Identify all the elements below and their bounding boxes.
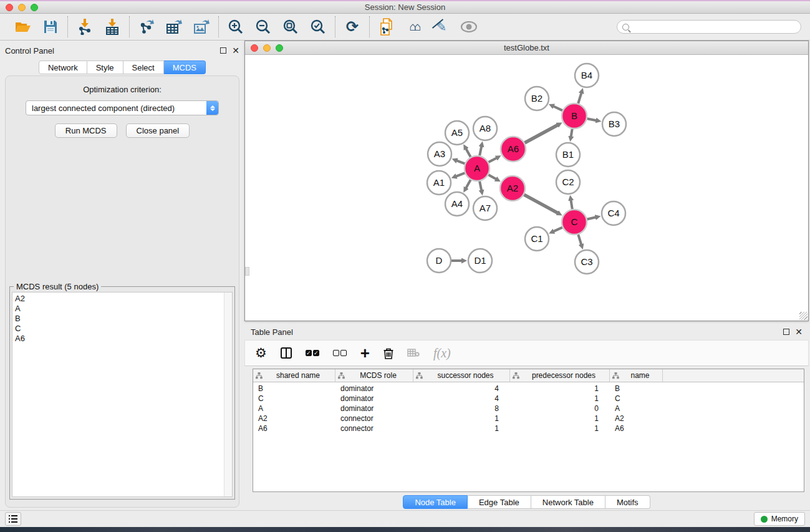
network-graph[interactable]: AA1A2A3A4A5A6A7A8BB1B2B3B4CC1C2C3C4DD1 <box>245 55 808 321</box>
graph-node-B[interactable]: B <box>562 104 587 128</box>
zoom-selected-icon[interactable] <box>309 17 327 36</box>
graph-node-A2[interactable]: A2 <box>500 176 525 201</box>
resize-grip-icon[interactable] <box>799 312 808 320</box>
home-layout-icon[interactable]: ⌂⌂ <box>405 17 423 36</box>
graph-edge-A2-C[interactable] <box>524 195 557 213</box>
search-field[interactable] <box>617 20 801 34</box>
node-table[interactable]: shared nameMCDS rolesuccessor nodesprede… <box>253 369 804 492</box>
run-mcds-button[interactable]: Run MCDS <box>55 123 117 138</box>
import-network-icon[interactable] <box>75 17 94 36</box>
graph-edge-B-B3[interactable] <box>587 118 597 120</box>
result-item[interactable]: A6 <box>15 334 232 344</box>
export-image-icon[interactable] <box>192 17 211 36</box>
close-table-panel-icon[interactable]: ✕ <box>795 329 803 335</box>
column-header-name[interactable]: name <box>610 369 663 382</box>
column-header-predecessor-nodes[interactable]: predecessor nodes <box>510 369 610 382</box>
column-header-shared-name[interactable]: shared name <box>253 369 335 382</box>
graph-node-A6[interactable]: A6 <box>501 137 526 162</box>
graph-node-D[interactable]: D <box>427 249 451 273</box>
graph-node-A4[interactable]: A4 <box>445 192 469 216</box>
table-row[interactable]: A6connector11A6 <box>253 423 804 433</box>
graph-node-B2[interactable]: B2 <box>525 87 549 110</box>
import-table-icon[interactable] <box>103 17 122 36</box>
graph-node-C4[interactable]: C4 <box>602 201 625 225</box>
graph-node-A8[interactable]: A8 <box>473 117 497 140</box>
graph-edge-A-A4[interactable] <box>466 180 471 188</box>
graph-node-B3[interactable]: B3 <box>602 112 626 136</box>
refresh-icon[interactable]: ⟳ <box>343 17 362 36</box>
tab-style[interactable]: Style <box>87 60 123 74</box>
deselect-all-checkbox-icon[interactable] <box>333 350 347 356</box>
criterion-dropdown[interactable]: largest connected component (directed) <box>26 100 219 115</box>
graph-edge-C-C3[interactable] <box>578 235 581 244</box>
graph-node-A7[interactable]: A7 <box>473 196 497 220</box>
graph-edge-A-A1[interactable] <box>456 173 465 176</box>
graph-edge-A-A3[interactable] <box>456 160 465 163</box>
graph-edge-A6-B[interactable] <box>524 125 557 143</box>
float-table-panel-icon[interactable] <box>783 329 789 335</box>
hide-edges-icon[interactable]: ✎ <box>432 17 451 36</box>
graph-node-C[interactable]: C <box>562 210 587 235</box>
zoom-in-icon[interactable] <box>226 17 245 36</box>
graph-node-C3[interactable]: C3 <box>575 250 599 274</box>
graph-edge-C-C4[interactable] <box>587 217 595 219</box>
graph-node-A1[interactable]: A1 <box>427 171 451 195</box>
table-options-icon[interactable]: ⚙ <box>255 346 267 360</box>
close-panel-button[interactable]: Close panel <box>126 123 190 138</box>
network-window-titlebar[interactable]: testGlobe.txt <box>245 41 808 55</box>
result-item[interactable]: B <box>15 314 232 324</box>
tab-edge-table[interactable]: Edge Table <box>468 495 531 509</box>
result-item[interactable]: A2 <box>15 294 232 304</box>
task-history-button[interactable] <box>5 512 21 526</box>
graph-edge-A-A6[interactable] <box>489 158 497 162</box>
table-row[interactable]: Bdominator41B <box>253 384 804 394</box>
result-item[interactable]: C <box>15 324 232 334</box>
tab-network-table[interactable]: Network Table <box>531 495 605 509</box>
graph-edge-A-A2[interactable] <box>488 175 496 179</box>
graph-node-A[interactable]: A <box>465 156 489 181</box>
result-item[interactable]: A <box>15 304 232 314</box>
select-all-checkbox-icon[interactable]: ✓✓ <box>306 350 319 356</box>
graph-node-A5[interactable]: A5 <box>445 121 469 145</box>
clone-network-icon[interactable] <box>377 17 396 36</box>
graph-node-B4[interactable]: B4 <box>575 64 599 87</box>
search-input[interactable] <box>633 22 796 31</box>
graph-edge-C-C2[interactable] <box>571 200 572 210</box>
graph-edge-B-B1[interactable] <box>571 129 572 137</box>
open-session-icon[interactable] <box>14 17 32 36</box>
tab-select[interactable]: Select <box>123 60 164 74</box>
tab-mcds[interactable]: MCDS <box>164 60 206 74</box>
show-graphics-icon[interactable] <box>460 17 478 36</box>
graph-edge-A-A8[interactable] <box>480 146 481 155</box>
graph-node-C2[interactable]: C2 <box>556 170 580 194</box>
graph-node-C1[interactable]: C1 <box>525 227 549 251</box>
float-panel-icon[interactable] <box>220 47 226 54</box>
add-row-icon[interactable]: + <box>360 344 370 363</box>
mcds-result-list[interactable]: A2ABCA6 <box>12 292 233 497</box>
zoom-fit-icon[interactable] <box>281 17 300 36</box>
graph-edge-B-B2[interactable] <box>553 106 562 110</box>
graph-edge-B-B4[interactable] <box>578 93 581 104</box>
close-panel-icon[interactable]: ✕ <box>232 47 239 54</box>
delete-row-icon[interactable] <box>383 347 393 359</box>
result-scrollbar[interactable] <box>224 293 232 496</box>
tab-motifs[interactable]: Motifs <box>605 495 650 509</box>
column-header-successor-nodes[interactable]: successor nodes <box>413 369 510 382</box>
graph-node-D1[interactable]: D1 <box>468 249 492 273</box>
tab-node-table[interactable]: Node Table <box>403 495 468 509</box>
export-table-icon[interactable] <box>165 17 183 36</box>
table-row[interactable]: A2connector11A2 <box>253 414 804 423</box>
show-columns-icon[interactable] <box>281 347 292 359</box>
vertical-scroll-thumb[interactable] <box>245 267 249 276</box>
column-header-MCDS-role[interactable]: MCDS role <box>335 369 413 382</box>
graph-node-B1[interactable]: B1 <box>556 143 580 167</box>
tab-network[interactable]: Network <box>39 60 87 74</box>
table-row[interactable]: Adominator80A <box>253 404 804 414</box>
graph-edge-C-C1[interactable] <box>553 228 562 231</box>
zoom-out-icon[interactable] <box>254 17 272 36</box>
memory-button[interactable]: Memory <box>754 512 805 526</box>
network-canvas[interactable]: AA1A2A3A4A5A6A7A8BB1B2B3B4CC1C2C3C4DD1 <box>245 55 808 321</box>
export-network-icon[interactable] <box>137 17 156 36</box>
graph-edge-A-A7[interactable] <box>480 181 481 191</box>
table-row[interactable]: Cdominator41C <box>253 394 804 404</box>
